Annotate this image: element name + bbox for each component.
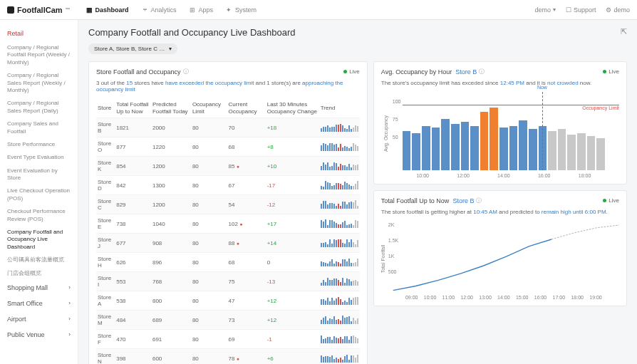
sidebar-group-smart-office[interactable]: Smart Office› <box>0 296 78 311</box>
chevron-down-icon: ▾ <box>169 46 172 52</box>
col-header: Occupancy Limit <box>191 98 227 118</box>
chevron-right-icon: › <box>68 316 71 322</box>
store-selector[interactable]: Store A, Store B, Store C …▾ <box>88 43 177 54</box>
chevron-down-icon: ▾ <box>553 6 556 13</box>
sidebar-group-shopping-mall[interactable]: Shopping Mall› <box>0 280 78 296</box>
sparkline <box>321 316 358 324</box>
panel-avg-occupancy: Avg. Occupancy by Hour Store B ⓘ Live Th… <box>373 61 627 184</box>
panel-title: Store Footfall and Occupancy <box>96 68 181 76</box>
sparkline <box>321 258 358 266</box>
sparkline <box>321 335 358 343</box>
alert-hint: 3 out of the 15 stores have have exceede… <box>96 80 360 93</box>
warn-icon: ● <box>239 222 242 227</box>
apps-icon: ⊞ <box>190 6 196 13</box>
export-icon[interactable]: ⇱ <box>621 27 627 36</box>
table-row[interactable]: Store M4846898073+12 <box>96 311 360 330</box>
logo[interactable]: FootfallCam™ <box>7 6 71 14</box>
sidebar-item[interactable]: Company / Regional Sales Report (Daily) <box>0 97 78 118</box>
page-title: Company Footfall and Occupancy Live Dash… <box>88 27 296 38</box>
table-row[interactable]: Store J6779088088 ●+14 <box>96 234 360 253</box>
sidebar-item[interactable]: 门店会组概览 <box>0 267 78 280</box>
nav-system[interactable]: ✦System <box>226 6 257 14</box>
support-icon: ☐ <box>566 6 571 14</box>
analytics-icon: ⫧ <box>142 6 148 13</box>
sparkline <box>321 354 358 363</box>
chevron-right-icon: › <box>68 331 71 338</box>
table-row[interactable]: Store I5537688075-13 <box>96 272 360 291</box>
col-header: Current Occupancy <box>227 98 266 118</box>
table-row[interactable]: Store E738104080102 ●+17 <box>96 214 360 234</box>
total-footfall-chart: Total Footfall 2K1.5K1K500 <box>381 221 619 292</box>
sparkline <box>321 239 358 247</box>
sidebar-item[interactable]: Checkout Performance Review (POS) <box>0 205 78 226</box>
panel-title: Total Footfall Up to Now <box>381 197 450 204</box>
sparkline <box>321 181 358 189</box>
info-icon[interactable]: ⓘ <box>476 197 482 204</box>
store-table: StoreTotal Footfall Up to NowPredicted F… <box>96 98 360 364</box>
demo-menu[interactable]: demo▾ <box>534 6 556 14</box>
avg-occupancy-chart: Avg. Occupancy Occupancy Limit 1007550No… <box>381 92 619 170</box>
col-header: Total Footfall Up to Now <box>115 98 151 118</box>
warn-icon: ● <box>237 164 239 169</box>
nav-dashboard[interactable]: ▦Dashboard <box>86 6 129 14</box>
sidebar-group-public-venue[interactable]: Public Venue› <box>0 327 78 343</box>
top-bar: FootfallCam™ ▦Dashboard ⫧Analytics ⊞Apps… <box>0 0 637 20</box>
table-row[interactable]: Store A5388008047+12 <box>96 291 360 311</box>
top-nav: ▦Dashboard ⫧Analytics ⊞Apps ✦System <box>86 6 257 14</box>
system-icon: ✦ <box>226 6 232 13</box>
sidebar-item[interactable]: Event Evaluation by Store <box>0 165 78 185</box>
sparkline <box>321 123 358 132</box>
dashboard-icon: ▦ <box>86 6 93 13</box>
col-header: Last 30 Minutes Occupancy Change <box>266 98 319 118</box>
sidebar-group-airport[interactable]: Airport› <box>0 311 78 327</box>
table-row[interactable]: Store C82912008054-12 <box>96 195 360 214</box>
table-row[interactable]: Store N3986008078 ●+6 <box>96 349 360 364</box>
sidebar-item[interactable]: Company / Regional Sales Report (Weekly … <box>0 69 78 97</box>
sidebar: Retail Company / Regional Footfall Repor… <box>0 20 78 364</box>
col-header: Predicted Footfall Today <box>151 98 191 118</box>
live-badge: Live <box>603 68 619 75</box>
nav-analytics[interactable]: ⫧Analytics <box>142 6 177 14</box>
live-badge: Live <box>603 197 619 204</box>
nav-apps[interactable]: ⊞Apps <box>190 6 214 14</box>
sidebar-item[interactable]: Store Performance <box>0 138 78 151</box>
warn-icon: ● <box>237 241 239 246</box>
table-row[interactable]: Store F4706918069-1 <box>96 330 360 349</box>
sidebar-item[interactable]: Company / Regional Footfall Report (Week… <box>0 41 78 69</box>
support-link[interactable]: ☐Support <box>566 6 596 14</box>
sidebar-group-retail[interactable]: Retail <box>0 26 78 41</box>
panel-total-footfall: Total Footfall Up to Now Store B ⓘ Live … <box>373 190 627 306</box>
table-row[interactable]: Store B182120008070+18 <box>96 118 360 137</box>
sidebar-item-active[interactable]: Company Footfall and Occupancy Live Dash… <box>0 226 78 254</box>
occupancy-limit-line: Occupancy Limit <box>403 105 619 110</box>
user-menu[interactable]: ⚙demo <box>606 6 630 14</box>
sidebar-item[interactable]: 公司辆具前客流量概览 <box>0 254 78 266</box>
sparkline <box>321 296 358 305</box>
sparkline <box>321 200 358 209</box>
info-icon[interactable]: ⓘ <box>479 68 485 76</box>
sparkline <box>321 219 358 228</box>
warn-icon: ● <box>237 356 239 361</box>
table-row[interactable]: Store D84213008067-17 <box>96 176 360 195</box>
exceeded-link[interactable]: have exceeded the occupancy limit <box>165 80 254 86</box>
chevron-right-icon: › <box>68 300 71 306</box>
panel-store-link[interactable]: Store B <box>452 197 474 204</box>
occupancy-hint: The store's occupancy limit has exceded … <box>381 80 619 86</box>
sidebar-item[interactable]: Live Checkout Operation (POS) <box>0 184 78 205</box>
table-row[interactable]: Store O87712208068+8 <box>96 137 360 157</box>
main: Company Footfall and Occupancy Live Dash… <box>78 20 637 364</box>
sidebar-item[interactable]: Event Type Evaluation <box>0 151 78 164</box>
table-row[interactable]: Store H62689680680 <box>96 253 360 272</box>
panel-store-link[interactable]: Store B <box>455 68 477 76</box>
info-icon[interactable]: ⓘ <box>183 68 189 76</box>
sparkline <box>321 162 358 170</box>
sidebar-item[interactable]: Company Sales and Footfall <box>0 118 78 138</box>
chevron-right-icon: › <box>68 284 71 291</box>
sparkline <box>321 277 358 286</box>
gear-icon: ⚙ <box>606 6 611 14</box>
table-row[interactable]: Store K85412008085 ●+10 <box>96 157 360 176</box>
panel-store-footfall-occupancy: Store Footfall and Occupancy ⓘ Live 3 ou… <box>88 61 368 364</box>
col-header: Trend <box>319 98 360 118</box>
sparkline <box>321 142 358 151</box>
col-header: Store <box>96 98 115 118</box>
